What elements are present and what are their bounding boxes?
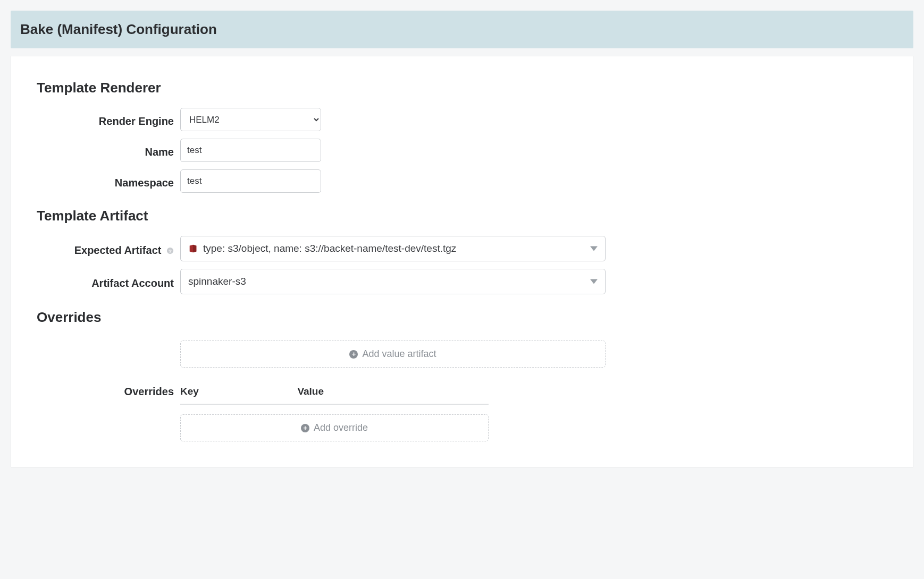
- artifact-account-select[interactable]: spinnaker-s3: [180, 269, 606, 294]
- svg-text:?: ?: [169, 248, 172, 254]
- label-name: Name: [37, 143, 180, 158]
- render-engine-select-wrap: HELM2: [180, 108, 321, 131]
- section-title-overrides: Overrides: [37, 309, 887, 326]
- add-override-button[interactable]: + Add override: [180, 414, 489, 441]
- add-value-artifact-label: Add value artifact: [362, 348, 436, 360]
- artifact-account-value: spinnaker-s3: [188, 276, 246, 287]
- section-title-artifact: Template Artifact: [37, 208, 887, 224]
- row-add-value-artifact: + Add value artifact: [37, 340, 887, 368]
- label-namespace: Namespace: [37, 174, 180, 189]
- row-render-engine: Render Engine HELM2: [37, 108, 887, 131]
- plus-circle-icon: +: [349, 350, 358, 359]
- config-panel: Template Renderer Render Engine HELM2 Na…: [11, 56, 913, 467]
- section-title-renderer: Template Renderer: [37, 80, 887, 96]
- expected-artifact-select[interactable]: type: s3/object, name: s3://backet-name/…: [180, 236, 606, 261]
- row-artifact-account: Artifact Account spinnaker-s3: [37, 269, 887, 294]
- s3-icon: [188, 244, 198, 253]
- namespace-input[interactable]: [180, 169, 321, 193]
- add-value-artifact-button[interactable]: + Add value artifact: [180, 340, 606, 368]
- add-override-label: Add override: [314, 422, 368, 433]
- kv-header-key: Key: [180, 386, 297, 397]
- help-icon[interactable]: ?: [166, 244, 174, 256]
- plus-circle-icon: +: [301, 424, 309, 432]
- row-overrides-kv: Overrides Key Value + Add override: [37, 386, 887, 441]
- row-name: Name: [37, 139, 887, 162]
- chevron-down-icon: [590, 279, 598, 284]
- label-expected-artifact: Expected Artifact ?: [37, 241, 180, 257]
- chevron-down-icon: [590, 246, 598, 251]
- label-overrides: Overrides: [37, 386, 180, 398]
- page-title: Bake (Manifest) Configuration: [20, 21, 904, 38]
- expected-artifact-value: type: s3/object, name: s3://backet-name/…: [203, 243, 456, 254]
- row-namespace: Namespace: [37, 169, 887, 193]
- kv-header-value: Value: [297, 386, 489, 397]
- row-expected-artifact: Expected Artifact ? type: s3/object, nam…: [37, 236, 887, 261]
- render-engine-select[interactable]: HELM2: [180, 108, 321, 131]
- label-artifact-account: Artifact Account: [37, 274, 180, 289]
- config-header: Bake (Manifest) Configuration: [11, 11, 913, 48]
- kv-headers: Key Value: [180, 386, 489, 405]
- name-input[interactable]: [180, 139, 321, 162]
- label-empty-1: [37, 353, 180, 356]
- label-render-engine: Render Engine: [37, 112, 180, 127]
